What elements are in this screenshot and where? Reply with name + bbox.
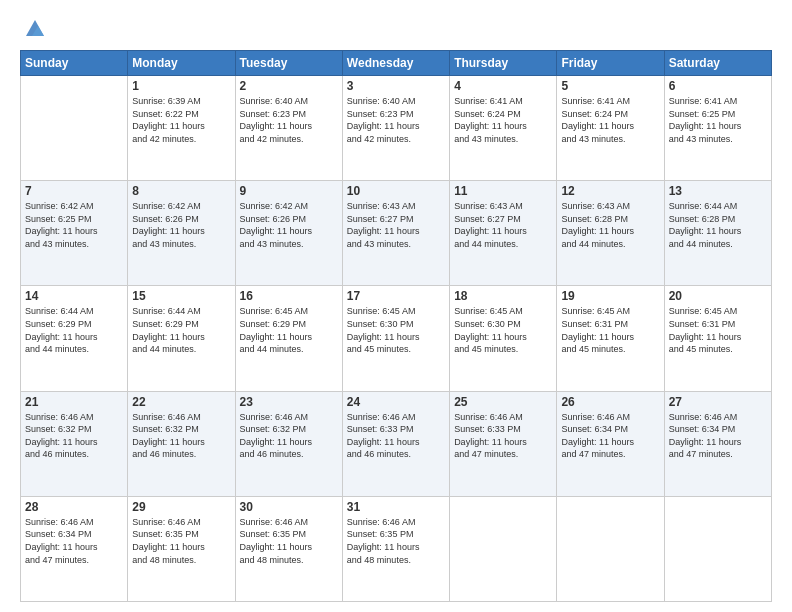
day-content: Sunrise: 6:42 AM Sunset: 6:26 PM Dayligh… <box>240 200 338 250</box>
day-content: Sunrise: 6:43 AM Sunset: 6:27 PM Dayligh… <box>454 200 552 250</box>
weekday-header: Saturday <box>664 51 771 76</box>
day-number: 17 <box>347 289 445 303</box>
calendar-cell: 22Sunrise: 6:46 AM Sunset: 6:32 PM Dayli… <box>128 391 235 496</box>
calendar-cell <box>557 496 664 601</box>
day-content: Sunrise: 6:46 AM Sunset: 6:35 PM Dayligh… <box>347 516 445 566</box>
calendar-cell: 14Sunrise: 6:44 AM Sunset: 6:29 PM Dayli… <box>21 286 128 391</box>
day-number: 15 <box>132 289 230 303</box>
day-number: 7 <box>25 184 123 198</box>
day-number: 14 <box>25 289 123 303</box>
calendar-cell <box>450 496 557 601</box>
calendar-cell: 2Sunrise: 6:40 AM Sunset: 6:23 PM Daylig… <box>235 76 342 181</box>
calendar-week-row: 14Sunrise: 6:44 AM Sunset: 6:29 PM Dayli… <box>21 286 772 391</box>
calendar-cell: 12Sunrise: 6:43 AM Sunset: 6:28 PM Dayli… <box>557 181 664 286</box>
weekday-header: Wednesday <box>342 51 449 76</box>
day-content: Sunrise: 6:46 AM Sunset: 6:34 PM Dayligh… <box>669 411 767 461</box>
day-content: Sunrise: 6:46 AM Sunset: 6:32 PM Dayligh… <box>240 411 338 461</box>
day-number: 26 <box>561 395 659 409</box>
day-content: Sunrise: 6:42 AM Sunset: 6:25 PM Dayligh… <box>25 200 123 250</box>
weekday-header: Sunday <box>21 51 128 76</box>
calendar-week-row: 7Sunrise: 6:42 AM Sunset: 6:25 PM Daylig… <box>21 181 772 286</box>
day-number: 22 <box>132 395 230 409</box>
logo-icon <box>24 18 46 40</box>
day-number: 1 <box>132 79 230 93</box>
day-number: 13 <box>669 184 767 198</box>
calendar-cell: 27Sunrise: 6:46 AM Sunset: 6:34 PM Dayli… <box>664 391 771 496</box>
calendar-cell: 3Sunrise: 6:40 AM Sunset: 6:23 PM Daylig… <box>342 76 449 181</box>
day-number: 19 <box>561 289 659 303</box>
day-content: Sunrise: 6:46 AM Sunset: 6:33 PM Dayligh… <box>347 411 445 461</box>
calendar-cell: 23Sunrise: 6:46 AM Sunset: 6:32 PM Dayli… <box>235 391 342 496</box>
calendar-cell <box>664 496 771 601</box>
day-number: 27 <box>669 395 767 409</box>
calendar-cell: 13Sunrise: 6:44 AM Sunset: 6:28 PM Dayli… <box>664 181 771 286</box>
day-content: Sunrise: 6:41 AM Sunset: 6:24 PM Dayligh… <box>561 95 659 145</box>
calendar-cell: 7Sunrise: 6:42 AM Sunset: 6:25 PM Daylig… <box>21 181 128 286</box>
day-number: 16 <box>240 289 338 303</box>
day-content: Sunrise: 6:46 AM Sunset: 6:32 PM Dayligh… <box>25 411 123 461</box>
day-content: Sunrise: 6:45 AM Sunset: 6:31 PM Dayligh… <box>669 305 767 355</box>
calendar-cell: 10Sunrise: 6:43 AM Sunset: 6:27 PM Dayli… <box>342 181 449 286</box>
day-content: Sunrise: 6:40 AM Sunset: 6:23 PM Dayligh… <box>240 95 338 145</box>
day-content: Sunrise: 6:44 AM Sunset: 6:28 PM Dayligh… <box>669 200 767 250</box>
day-number: 3 <box>347 79 445 93</box>
day-content: Sunrise: 6:43 AM Sunset: 6:28 PM Dayligh… <box>561 200 659 250</box>
day-number: 2 <box>240 79 338 93</box>
calendar-cell: 28Sunrise: 6:46 AM Sunset: 6:34 PM Dayli… <box>21 496 128 601</box>
calendar-table: SundayMondayTuesdayWednesdayThursdayFrid… <box>20 50 772 602</box>
calendar-cell: 9Sunrise: 6:42 AM Sunset: 6:26 PM Daylig… <box>235 181 342 286</box>
day-number: 4 <box>454 79 552 93</box>
day-content: Sunrise: 6:43 AM Sunset: 6:27 PM Dayligh… <box>347 200 445 250</box>
weekday-header: Tuesday <box>235 51 342 76</box>
day-content: Sunrise: 6:45 AM Sunset: 6:30 PM Dayligh… <box>454 305 552 355</box>
day-number: 30 <box>240 500 338 514</box>
day-number: 12 <box>561 184 659 198</box>
weekday-header: Thursday <box>450 51 557 76</box>
calendar-cell: 16Sunrise: 6:45 AM Sunset: 6:29 PM Dayli… <box>235 286 342 391</box>
day-content: Sunrise: 6:42 AM Sunset: 6:26 PM Dayligh… <box>132 200 230 250</box>
day-content: Sunrise: 6:46 AM Sunset: 6:35 PM Dayligh… <box>240 516 338 566</box>
day-content: Sunrise: 6:46 AM Sunset: 6:34 PM Dayligh… <box>561 411 659 461</box>
day-number: 10 <box>347 184 445 198</box>
day-number: 29 <box>132 500 230 514</box>
calendar-cell: 11Sunrise: 6:43 AM Sunset: 6:27 PM Dayli… <box>450 181 557 286</box>
day-number: 20 <box>669 289 767 303</box>
calendar-cell: 15Sunrise: 6:44 AM Sunset: 6:29 PM Dayli… <box>128 286 235 391</box>
calendar-cell: 19Sunrise: 6:45 AM Sunset: 6:31 PM Dayli… <box>557 286 664 391</box>
calendar-cell <box>21 76 128 181</box>
day-number: 28 <box>25 500 123 514</box>
day-number: 21 <box>25 395 123 409</box>
day-content: Sunrise: 6:44 AM Sunset: 6:29 PM Dayligh… <box>25 305 123 355</box>
calendar-cell: 4Sunrise: 6:41 AM Sunset: 6:24 PM Daylig… <box>450 76 557 181</box>
day-content: Sunrise: 6:40 AM Sunset: 6:23 PM Dayligh… <box>347 95 445 145</box>
calendar-cell: 24Sunrise: 6:46 AM Sunset: 6:33 PM Dayli… <box>342 391 449 496</box>
day-content: Sunrise: 6:46 AM Sunset: 6:32 PM Dayligh… <box>132 411 230 461</box>
day-number: 8 <box>132 184 230 198</box>
weekday-header-row: SundayMondayTuesdayWednesdayThursdayFrid… <box>21 51 772 76</box>
day-content: Sunrise: 6:46 AM Sunset: 6:34 PM Dayligh… <box>25 516 123 566</box>
calendar-cell: 31Sunrise: 6:46 AM Sunset: 6:35 PM Dayli… <box>342 496 449 601</box>
day-content: Sunrise: 6:44 AM Sunset: 6:29 PM Dayligh… <box>132 305 230 355</box>
day-number: 25 <box>454 395 552 409</box>
calendar-cell: 20Sunrise: 6:45 AM Sunset: 6:31 PM Dayli… <box>664 286 771 391</box>
day-number: 31 <box>347 500 445 514</box>
calendar-week-row: 1Sunrise: 6:39 AM Sunset: 6:22 PM Daylig… <box>21 76 772 181</box>
day-number: 6 <box>669 79 767 93</box>
calendar-cell: 26Sunrise: 6:46 AM Sunset: 6:34 PM Dayli… <box>557 391 664 496</box>
day-content: Sunrise: 6:41 AM Sunset: 6:25 PM Dayligh… <box>669 95 767 145</box>
calendar-cell: 30Sunrise: 6:46 AM Sunset: 6:35 PM Dayli… <box>235 496 342 601</box>
day-content: Sunrise: 6:39 AM Sunset: 6:22 PM Dayligh… <box>132 95 230 145</box>
day-number: 5 <box>561 79 659 93</box>
calendar-week-row: 21Sunrise: 6:46 AM Sunset: 6:32 PM Dayli… <box>21 391 772 496</box>
day-content: Sunrise: 6:45 AM Sunset: 6:31 PM Dayligh… <box>561 305 659 355</box>
calendar-cell: 5Sunrise: 6:41 AM Sunset: 6:24 PM Daylig… <box>557 76 664 181</box>
calendar-cell: 6Sunrise: 6:41 AM Sunset: 6:25 PM Daylig… <box>664 76 771 181</box>
day-number: 18 <box>454 289 552 303</box>
calendar-cell: 1Sunrise: 6:39 AM Sunset: 6:22 PM Daylig… <box>128 76 235 181</box>
calendar-cell: 17Sunrise: 6:45 AM Sunset: 6:30 PM Dayli… <box>342 286 449 391</box>
day-content: Sunrise: 6:41 AM Sunset: 6:24 PM Dayligh… <box>454 95 552 145</box>
page-header <box>20 16 772 40</box>
weekday-header: Friday <box>557 51 664 76</box>
day-number: 24 <box>347 395 445 409</box>
day-number: 9 <box>240 184 338 198</box>
